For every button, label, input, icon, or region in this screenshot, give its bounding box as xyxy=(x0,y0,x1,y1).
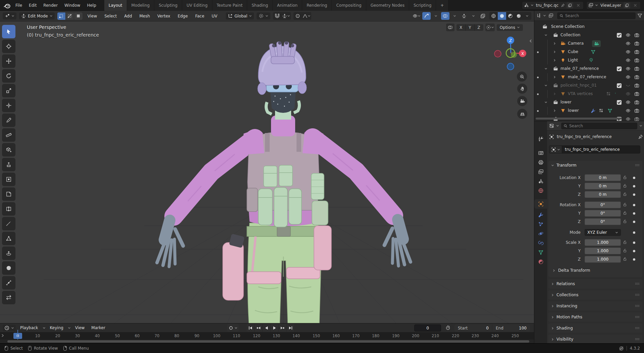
workspace-tab-layout[interactable]: Layout xyxy=(104,0,127,11)
stopwatch-icon[interactable] xyxy=(445,325,450,330)
animate-dot[interactable] xyxy=(633,241,635,244)
menu-playback[interactable]: Playback xyxy=(18,324,41,331)
camera-data-badge[interactable] xyxy=(592,40,601,47)
hide-eye-toggle[interactable] xyxy=(626,75,631,80)
grip-icon[interactable] xyxy=(635,305,640,307)
tool-loop-cut[interactable] xyxy=(2,202,15,216)
collection-checkbox[interactable] xyxy=(617,100,622,105)
menu-window[interactable]: Window xyxy=(61,2,84,9)
rendered-shading-button[interactable] xyxy=(515,12,523,20)
workspace-tab-scripting[interactable]: Scripting xyxy=(409,0,436,11)
tool-inset-faces[interactable] xyxy=(2,173,15,186)
animate-dot[interactable] xyxy=(633,231,635,234)
menu-render[interactable]: Render xyxy=(40,2,61,9)
outliner-search-input[interactable] xyxy=(565,13,602,18)
rotation-x-field[interactable]: 0° xyxy=(585,202,621,208)
render-camera-toggle[interactable] xyxy=(634,66,639,71)
end-frame-field[interactable]: End 100 xyxy=(492,324,530,332)
menu-add[interactable]: Add xyxy=(122,13,134,19)
add-workspace-button[interactable]: + xyxy=(436,0,448,11)
solid-shading-button[interactable] xyxy=(498,12,506,20)
start-frame-field[interactable]: Start 0 xyxy=(454,324,492,332)
hide-eye-toggle[interactable] xyxy=(626,117,631,121)
network-offline-icon[interactable] xyxy=(619,346,624,351)
navigation-gizmo[interactable]: Z X xyxy=(493,32,530,130)
expand-icon[interactable] xyxy=(544,67,547,70)
workspace-tab-geometry-nodes[interactable]: Geometry Nodes xyxy=(366,0,409,11)
expand-icon[interactable] xyxy=(553,42,556,45)
menu-face[interactable]: Face xyxy=(193,13,207,19)
collection-checkbox[interactable] xyxy=(617,33,622,38)
lock-icon[interactable] xyxy=(623,211,627,215)
scale-x-field[interactable]: 1.000 xyxy=(585,239,621,246)
grip-icon[interactable] xyxy=(635,164,640,167)
outliner-row-light[interactable]: Light xyxy=(534,56,644,64)
timeline-scrollbar[interactable] xyxy=(7,340,529,343)
tab-scene[interactable] xyxy=(534,176,547,186)
outliner-row-vta-vertices[interactable]: VTA vertices ‹ xyxy=(534,90,644,98)
gizmos-dropdown-button[interactable] xyxy=(432,12,440,20)
properties-search-input[interactable] xyxy=(569,124,606,128)
menu-view[interactable]: View xyxy=(85,13,99,19)
new-view-layer-button[interactable] xyxy=(624,2,630,8)
panel-visibility[interactable]: Visibility xyxy=(548,335,642,343)
timeline-editor-selector[interactable] xyxy=(3,325,16,331)
grip-icon[interactable] xyxy=(635,316,640,318)
render-camera-toggle[interactable] xyxy=(634,117,639,121)
menu-marker[interactable]: Marker xyxy=(89,324,107,331)
panel-collections[interactable]: Collections xyxy=(548,290,642,300)
outliner-editor-icon[interactable] xyxy=(536,13,541,18)
tool-rip-region[interactable] xyxy=(2,291,15,304)
proportional-falloff-button[interactable] xyxy=(302,12,311,20)
panel-motion-paths[interactable]: Motion Paths xyxy=(548,312,642,322)
pin-icon[interactable] xyxy=(561,3,565,7)
outliner-row-male07-object[interactable]: male_07_reference xyxy=(534,73,644,81)
hide-eye-toggle[interactable] xyxy=(626,83,631,88)
outliner-row-lower-collection[interactable]: lower xyxy=(534,98,644,106)
properties-editor-icon[interactable] xyxy=(549,123,554,128)
show-overlays-toggle[interactable] xyxy=(441,12,449,20)
play-button[interactable] xyxy=(271,324,279,332)
animate-dot[interactable] xyxy=(633,250,635,252)
overlays-dropdown-button[interactable] xyxy=(450,12,459,20)
location-y-field[interactable]: 0 m xyxy=(585,183,621,189)
expand-icon[interactable] xyxy=(553,76,556,79)
options-dropdown[interactable]: Options xyxy=(497,24,523,31)
render-camera-toggle[interactable] xyxy=(634,100,639,105)
render-camera-toggle[interactable] xyxy=(634,33,639,38)
scale-y-field[interactable]: 1.000 xyxy=(585,248,621,254)
tool-bevel[interactable] xyxy=(2,187,15,201)
rotation-mode-dropdown[interactable]: XYZ Euler xyxy=(585,229,621,236)
breadcrumb-object-name[interactable]: tru_fnpc_tro_eric_reference xyxy=(557,134,612,139)
workspace-tab-shading[interactable]: Shading xyxy=(247,0,273,11)
hide-eye-toggle[interactable] xyxy=(626,33,631,38)
toggle-xray-button[interactable] xyxy=(479,12,487,20)
properties-options-button[interactable] xyxy=(639,124,642,127)
expand-icon[interactable] xyxy=(553,109,556,112)
expand-icon[interactable] xyxy=(553,59,556,62)
outliner-row-scene-collection[interactable]: Scene Collection xyxy=(534,23,644,31)
snap-toggle-button[interactable] xyxy=(273,12,281,20)
tab-physics[interactable] xyxy=(534,229,547,238)
workspace-tab-rendering[interactable]: Rendering xyxy=(302,0,332,11)
menu-help[interactable]: Help xyxy=(84,2,99,9)
workspace-tab-animation[interactable]: Animation xyxy=(273,0,302,11)
object-name-field[interactable]: tru_fnpc_tro_eric_reference xyxy=(549,145,640,153)
plain-axes-toggle[interactable] xyxy=(460,12,468,20)
mode-selector[interactable]: Edit Mode xyxy=(19,12,55,19)
hide-eye-toggle[interactable] xyxy=(626,49,631,54)
mirror-icon-button[interactable] xyxy=(446,24,454,31)
lock-icon[interactable] xyxy=(623,175,627,179)
hide-eye-toggle[interactable] xyxy=(626,108,631,113)
mirror-z-toggle[interactable]: Z xyxy=(475,24,483,31)
collection-checkbox[interactable] xyxy=(617,83,622,88)
menu-select[interactable]: Select xyxy=(102,13,119,19)
outliner-row-male07-collection[interactable]: male_07_reference xyxy=(534,65,644,73)
lock-icon[interactable] xyxy=(623,192,627,196)
character-model[interactable] xyxy=(157,41,411,323)
chevron-down-icon[interactable] xyxy=(543,14,546,17)
panel-relations[interactable]: Relations xyxy=(548,279,642,289)
rotation-y-field[interactable]: 0° xyxy=(585,210,621,217)
snap-settings-button[interactable] xyxy=(281,12,291,20)
tab-world[interactable] xyxy=(534,186,547,195)
